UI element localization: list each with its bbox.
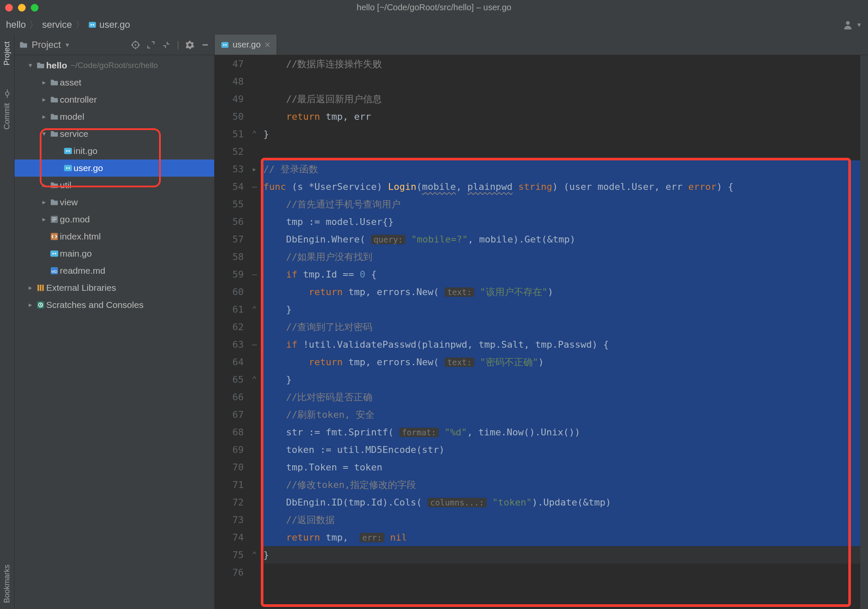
tree-chevron-icon[interactable]: ▸ (39, 194, 49, 211)
line-number[interactable]: 64 (215, 353, 244, 371)
line-number[interactable]: 66 (215, 388, 244, 406)
tree-row[interactable]: init.go (15, 142, 214, 160)
code-line[interactable]: } (263, 371, 868, 388)
fold-marker[interactable] (248, 73, 261, 90)
toolwindow-project-tab[interactable]: Project (3, 39, 12, 68)
code-line[interactable] (263, 143, 868, 160)
tree-row[interactable]: ▸util (15, 177, 214, 194)
tree-chevron-icon[interactable]: ▾ (26, 57, 35, 74)
line-number[interactable]: 52 (215, 143, 244, 160)
tree-chevron-icon[interactable]: ▾ (39, 125, 49, 142)
fold-marker[interactable] (248, 388, 261, 406)
code-line[interactable]: // 登录函数 (263, 160, 868, 178)
project-view-selector[interactable]: Project ▼ (19, 39, 70, 50)
fold-marker[interactable] (248, 318, 261, 336)
tree-row[interactable]: index.html (15, 228, 214, 245)
breadcrumb-folder[interactable]: service (42, 19, 72, 30)
fold-marker[interactable]: ▸ (248, 160, 261, 178)
editor-body[interactable]: 4748495051525354555657585960616263646566… (215, 55, 868, 609)
code-area[interactable]: //数据库连接操作失败 //最后返回新用户信息 return tmp, err}… (261, 55, 868, 609)
tree-chevron-icon[interactable]: ▸ (39, 177, 49, 194)
tree-chevron-icon[interactable]: ▸ (39, 211, 49, 228)
tree-chevron-icon[interactable]: ▸ (26, 279, 35, 296)
code-line[interactable]: if tmp.Id == 0 { (263, 266, 868, 283)
line-number[interactable]: 69 (215, 441, 244, 458)
fold-marker[interactable] (248, 511, 261, 529)
code-line[interactable]: tmp := model.User{} (263, 213, 868, 231)
breadcrumb-project[interactable]: hello (6, 19, 26, 30)
window-close-button[interactable] (5, 4, 13, 12)
code-line[interactable]: return tmp, err: nil (263, 529, 868, 546)
fold-marker[interactable]: ⌃ (248, 301, 261, 318)
code-line[interactable]: str := fmt.Sprintf( format: "%d", time.N… (263, 423, 868, 441)
code-line[interactable] (263, 73, 868, 90)
fold-marker[interactable]: ⌃ (248, 371, 261, 388)
tree-row[interactable]: readme.md (15, 262, 214, 279)
fold-marker[interactable] (248, 213, 261, 231)
code-line[interactable]: DbEngin.ID(tmp.Id).Cols( columns...: "to… (263, 494, 868, 511)
line-number[interactable]: 75 (215, 546, 244, 564)
code-line[interactable]: //返回数据 (263, 511, 868, 529)
fold-marker[interactable] (248, 231, 261, 248)
tree-row[interactable]: ▸External Libraries (15, 279, 214, 296)
tree-row[interactable]: ▸Scratches and Consoles (15, 296, 214, 313)
code-line[interactable]: } (263, 546, 868, 564)
line-number[interactable]: 57 (215, 231, 244, 248)
tree-row[interactable]: main.go (15, 245, 214, 262)
fold-marker[interactable] (248, 248, 261, 266)
code-line[interactable]: //最后返回新用户信息 (263, 90, 868, 108)
fold-marker[interactable]: ⌃ (248, 546, 261, 564)
tree-row[interactable]: ▸model (15, 108, 214, 125)
code-line[interactable]: //如果用户没有找到 (263, 248, 868, 266)
fold-marker[interactable] (248, 423, 261, 441)
line-number[interactable]: 56 (215, 213, 244, 231)
fold-marker[interactable] (248, 564, 261, 581)
line-number[interactable]: 65 (215, 371, 244, 388)
line-number[interactable]: 55 (215, 195, 244, 213)
tree-chevron-icon[interactable]: ▸ (39, 74, 49, 91)
window-zoom-button[interactable] (31, 4, 38, 12)
tree-row[interactable]: ▾service (15, 125, 214, 142)
hide-panel-icon[interactable] (201, 40, 210, 50)
user-avatar-icon[interactable] (843, 19, 854, 30)
line-number[interactable]: 70 (215, 458, 244, 476)
code-line[interactable]: token := util.MD5Encode(str) (263, 441, 868, 458)
fold-marker[interactable] (248, 353, 261, 371)
fold-marker[interactable] (248, 283, 261, 301)
line-number[interactable]: 50 (215, 108, 244, 125)
line-number[interactable]: 51 (215, 125, 244, 143)
line-number[interactable]: 54 (215, 178, 244, 195)
code-line[interactable]: return tmp, errors.New( text: "该用户不存在") (263, 283, 868, 301)
fold-marker[interactable] (248, 529, 261, 546)
line-number[interactable]: 48 (215, 73, 244, 90)
breadcrumb-file[interactable]: user.go (88, 19, 130, 30)
fold-marker[interactable] (248, 143, 261, 160)
line-number[interactable]: 68 (215, 423, 244, 441)
line-number[interactable]: 53 (215, 160, 244, 178)
line-number[interactable]: 72 (215, 494, 244, 511)
code-line[interactable]: tmp.Token = token (263, 458, 868, 476)
editor-tab-user-go[interactable]: user.go ✕ (215, 35, 277, 55)
toolwindow-commit-tab[interactable]: Commit (3, 101, 12, 132)
expand-all-icon[interactable] (146, 40, 156, 50)
tree-row[interactable]: ▸go.mod (15, 211, 214, 228)
line-number[interactable]: 58 (215, 248, 244, 266)
line-number[interactable]: 74 (215, 529, 244, 546)
line-number[interactable]: 61 (215, 301, 244, 318)
fold-marker[interactable]: – (248, 178, 261, 195)
code-line[interactable]: func (s *UserService) Login(mobile, plai… (263, 178, 868, 195)
line-number[interactable]: 71 (215, 476, 244, 494)
tree-row[interactable]: ▸view (15, 194, 214, 211)
editor-gutter[interactable]: 4748495051525354555657585960616263646566… (215, 55, 248, 609)
code-line[interactable]: DbEngin.Where( query: "mobile=?", mobile… (263, 231, 868, 248)
fold-marker[interactable] (248, 458, 261, 476)
editor-scrollbar[interactable] (860, 55, 868, 609)
code-line[interactable]: //数据库连接操作失败 (263, 55, 868, 73)
fold-marker[interactable] (248, 108, 261, 125)
fold-marker[interactable]: – (248, 266, 261, 283)
fold-marker[interactable] (248, 90, 261, 108)
line-number[interactable]: 59 (215, 266, 244, 283)
fold-marker[interactable] (248, 195, 261, 213)
gear-icon[interactable] (185, 40, 195, 50)
fold-marker[interactable]: ⌃ (248, 125, 261, 143)
